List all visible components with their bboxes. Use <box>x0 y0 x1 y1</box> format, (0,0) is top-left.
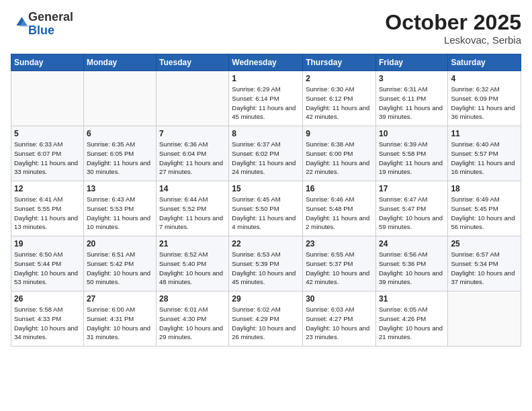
day-number: 25 <box>451 239 518 248</box>
day-number: 12 <box>14 184 81 193</box>
calendar-cell: 13Sunrise: 6:43 AM Sunset: 5:53 PM Dayli… <box>83 181 156 236</box>
calendar-cell: 30Sunrise: 6:03 AM Sunset: 4:27 PM Dayli… <box>303 291 376 347</box>
day-info: Sunrise: 6:00 AM Sunset: 4:31 PM Dayligh… <box>87 305 153 342</box>
calendar-cell: 10Sunrise: 6:39 AM Sunset: 5:58 PM Dayli… <box>375 126 447 181</box>
day-info: Sunrise: 5:58 AM Sunset: 4:33 PM Dayligh… <box>14 305 81 342</box>
weekday-header: Sunday <box>11 54 84 71</box>
day-info: Sunrise: 6:51 AM Sunset: 5:42 PM Dayligh… <box>87 250 153 287</box>
weekday-header-row: SundayMondayTuesdayWednesdayThursdayFrid… <box>11 54 521 71</box>
day-info: Sunrise: 6:45 AM Sunset: 5:50 PM Dayligh… <box>232 195 300 232</box>
logo-text: General Blue <box>28 11 73 38</box>
day-number: 20 <box>87 239 153 248</box>
day-info: Sunrise: 6:31 AM Sunset: 6:11 PM Dayligh… <box>379 85 445 122</box>
day-number: 1 <box>232 74 300 83</box>
day-info: Sunrise: 6:56 AM Sunset: 5:36 PM Dayligh… <box>379 250 445 287</box>
day-info: Sunrise: 6:35 AM Sunset: 6:05 PM Dayligh… <box>87 140 153 177</box>
calendar-cell: 12Sunrise: 6:41 AM Sunset: 5:55 PM Dayli… <box>11 181 84 236</box>
calendar-cell: 16Sunrise: 6:46 AM Sunset: 5:48 PM Dayli… <box>303 181 376 236</box>
calendar-cell: 21Sunrise: 6:52 AM Sunset: 5:40 PM Dayli… <box>157 236 229 291</box>
day-number: 23 <box>306 239 373 248</box>
day-number: 6 <box>87 129 153 138</box>
day-info: Sunrise: 6:49 AM Sunset: 5:45 PM Dayligh… <box>451 195 518 232</box>
day-info: Sunrise: 6:33 AM Sunset: 6:07 PM Dayligh… <box>14 140 81 177</box>
title-area: October 2025 Leskovac, Serbia <box>385 11 521 46</box>
calendar-cell: 3Sunrise: 6:31 AM Sunset: 6:11 PM Daylig… <box>375 71 447 126</box>
month-title: October 2025 <box>385 11 521 34</box>
calendar-cell: 11Sunrise: 6:40 AM Sunset: 5:57 PM Dayli… <box>448 126 521 181</box>
day-number: 29 <box>232 294 300 304</box>
day-number: 28 <box>159 294 226 304</box>
day-info: Sunrise: 6:39 AM Sunset: 5:58 PM Dayligh… <box>379 140 445 177</box>
calendar-week-row: 1Sunrise: 6:29 AM Sunset: 6:14 PM Daylig… <box>11 71 521 126</box>
calendar-cell: 26Sunrise: 5:58 AM Sunset: 4:33 PM Dayli… <box>11 291 84 347</box>
day-number: 15 <box>232 184 300 193</box>
day-number: 24 <box>379 239 445 248</box>
day-number: 16 <box>306 184 373 193</box>
calendar-week-row: 5Sunrise: 6:33 AM Sunset: 6:07 PM Daylig… <box>11 126 521 181</box>
calendar-cell: 4Sunrise: 6:32 AM Sunset: 6:09 PM Daylig… <box>448 71 521 126</box>
day-number: 18 <box>451 184 518 193</box>
day-info: Sunrise: 6:40 AM Sunset: 5:57 PM Dayligh… <box>451 140 518 177</box>
calendar-cell: 8Sunrise: 6:37 AM Sunset: 6:02 PM Daylig… <box>229 126 303 181</box>
day-info: Sunrise: 6:43 AM Sunset: 5:53 PM Dayligh… <box>87 195 153 232</box>
day-number: 7 <box>159 129 226 138</box>
calendar-week-row: 19Sunrise: 6:50 AM Sunset: 5:44 PM Dayli… <box>11 236 521 291</box>
weekday-header: Tuesday <box>157 54 229 71</box>
logo-blue: Blue <box>28 24 54 37</box>
day-number: 11 <box>451 129 518 138</box>
weekday-header: Wednesday <box>229 54 303 71</box>
location: Leskovac, Serbia <box>385 34 521 46</box>
calendar-cell <box>157 71 229 126</box>
day-info: Sunrise: 6:38 AM Sunset: 6:00 PM Dayligh… <box>306 140 373 177</box>
day-info: Sunrise: 6:55 AM Sunset: 5:37 PM Dayligh… <box>306 250 373 287</box>
weekday-header: Monday <box>83 54 156 71</box>
calendar-cell: 9Sunrise: 6:38 AM Sunset: 6:00 PM Daylig… <box>303 126 376 181</box>
day-number: 22 <box>232 239 300 248</box>
calendar-cell: 28Sunrise: 6:01 AM Sunset: 4:30 PM Dayli… <box>157 291 229 347</box>
logo-icon <box>12 15 28 31</box>
day-number: 2 <box>306 74 373 83</box>
day-info: Sunrise: 6:41 AM Sunset: 5:55 PM Dayligh… <box>14 195 81 232</box>
day-number: 4 <box>451 74 518 83</box>
calendar-cell: 14Sunrise: 6:44 AM Sunset: 5:52 PM Dayli… <box>157 181 229 236</box>
day-number: 27 <box>87 294 153 304</box>
calendar-cell <box>11 71 84 126</box>
day-info: Sunrise: 6:29 AM Sunset: 6:14 PM Dayligh… <box>232 85 300 122</box>
weekday-header: Friday <box>375 54 447 71</box>
calendar-cell: 25Sunrise: 6:57 AM Sunset: 5:34 PM Dayli… <box>448 236 521 291</box>
calendar-cell: 29Sunrise: 6:02 AM Sunset: 4:29 PM Dayli… <box>229 291 303 347</box>
day-info: Sunrise: 6:36 AM Sunset: 6:04 PM Dayligh… <box>159 140 226 177</box>
logo-general: General <box>28 10 73 24</box>
day-info: Sunrise: 6:01 AM Sunset: 4:30 PM Dayligh… <box>159 305 226 342</box>
calendar-cell: 22Sunrise: 6:53 AM Sunset: 5:39 PM Dayli… <box>229 236 303 291</box>
calendar-cell <box>448 291 521 347</box>
day-info: Sunrise: 6:44 AM Sunset: 5:52 PM Dayligh… <box>159 195 226 232</box>
day-number: 10 <box>379 129 445 138</box>
calendar-cell: 7Sunrise: 6:36 AM Sunset: 6:04 PM Daylig… <box>157 126 229 181</box>
day-info: Sunrise: 6:32 AM Sunset: 6:09 PM Dayligh… <box>451 85 518 122</box>
calendar-cell: 6Sunrise: 6:35 AM Sunset: 6:05 PM Daylig… <box>83 126 156 181</box>
day-info: Sunrise: 6:57 AM Sunset: 5:34 PM Dayligh… <box>451 250 518 287</box>
calendar-cell: 2Sunrise: 6:30 AM Sunset: 6:12 PM Daylig… <box>303 71 376 126</box>
calendar-cell: 19Sunrise: 6:50 AM Sunset: 5:44 PM Dayli… <box>11 236 84 291</box>
calendar-cell: 17Sunrise: 6:47 AM Sunset: 5:47 PM Dayli… <box>375 181 447 236</box>
day-number: 26 <box>14 294 81 304</box>
day-number: 5 <box>14 129 81 138</box>
day-number: 30 <box>306 294 373 304</box>
calendar-cell: 1Sunrise: 6:29 AM Sunset: 6:14 PM Daylig… <box>229 71 303 126</box>
day-info: Sunrise: 6:52 AM Sunset: 5:40 PM Dayligh… <box>159 250 226 287</box>
day-number: 31 <box>379 294 445 304</box>
day-info: Sunrise: 6:03 AM Sunset: 4:27 PM Dayligh… <box>306 305 373 342</box>
day-info: Sunrise: 6:53 AM Sunset: 5:39 PM Dayligh… <box>232 250 300 287</box>
day-info: Sunrise: 6:46 AM Sunset: 5:48 PM Dayligh… <box>306 195 373 232</box>
weekday-header: Thursday <box>303 54 376 71</box>
day-info: Sunrise: 6:50 AM Sunset: 5:44 PM Dayligh… <box>14 250 81 287</box>
calendar-week-row: 26Sunrise: 5:58 AM Sunset: 4:33 PM Dayli… <box>11 291 521 347</box>
calendar-cell: 24Sunrise: 6:56 AM Sunset: 5:36 PM Dayli… <box>375 236 447 291</box>
weekday-header: Saturday <box>448 54 521 71</box>
calendar-cell: 23Sunrise: 6:55 AM Sunset: 5:37 PM Dayli… <box>303 236 376 291</box>
calendar-cell: 15Sunrise: 6:45 AM Sunset: 5:50 PM Dayli… <box>229 181 303 236</box>
day-number: 3 <box>379 74 445 83</box>
page: General Blue October 2025 Leskovac, Serb… <box>0 0 532 411</box>
day-number: 17 <box>379 184 445 193</box>
